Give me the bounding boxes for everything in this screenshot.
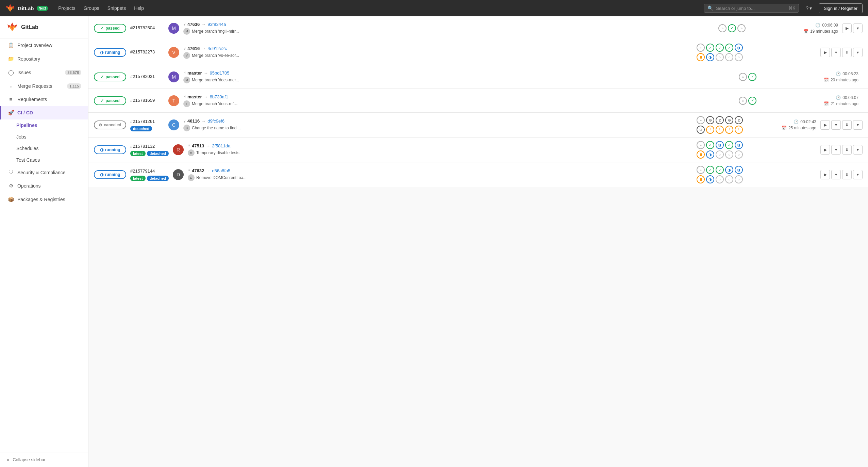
stage-icon[interactable]: ○ [725, 150, 733, 159]
collapse-sidebar[interactable]: « Collapse sidebar [0, 452, 88, 467]
sidebar-item-packages[interactable]: 📦 Packages & Registries [0, 193, 88, 206]
stage-icon[interactable]: ✓ [725, 44, 733, 52]
stage-icon[interactable]: ○ [735, 175, 743, 183]
stage-icon[interactable]: ⏸ [697, 53, 705, 61]
stage-icon[interactable]: » [737, 24, 746, 32]
stage-icon[interactable]: ⊘ [706, 116, 714, 124]
expand-button[interactable]: ▾ [831, 170, 841, 179]
download-button[interactable]: ⬇ [842, 48, 852, 57]
stage-icon[interactable]: ◑ [735, 166, 743, 174]
search-input[interactable] [716, 6, 786, 11]
stage-icon[interactable]: ✓ [728, 24, 736, 32]
commit-link[interactable]: 2f5811da [212, 143, 230, 148]
stage-icon[interactable]: ! [725, 126, 733, 134]
sidebar-item-repository[interactable]: 📁 Repository [0, 52, 88, 66]
stage-icon[interactable]: ○ [716, 150, 724, 159]
stage-icon[interactable]: ○ [716, 175, 724, 183]
stage-icon[interactable]: ✓ [706, 141, 714, 149]
commit-link[interactable]: 93f8344a [207, 22, 226, 27]
play-button[interactable]: ▶ [820, 48, 830, 57]
play-button[interactable]: ▶ [820, 120, 830, 130]
play-button[interactable]: ▶ [842, 23, 852, 33]
stage-icon[interactable]: ⊘ [725, 116, 733, 124]
commit-link[interactable]: 4e912e2c [207, 46, 227, 51]
stage-icon[interactable]: ○ [735, 53, 743, 61]
download-button[interactable]: ⬇ [842, 120, 852, 130]
stage-icon[interactable]: ○ [725, 53, 733, 61]
stage-arrow-icon[interactable]: » [697, 166, 705, 174]
collapse-label: Collapse sidebar [13, 457, 46, 462]
stage-arrow-icon[interactable]: » [718, 24, 727, 32]
expand-button[interactable]: ▾ [831, 120, 841, 130]
stage-icon[interactable]: ◑ [725, 166, 733, 174]
stage-icon[interactable]: ◑ [706, 53, 714, 61]
stage-icon[interactable]: ✓ [725, 141, 733, 149]
stage-icon[interactable]: ⊘ [735, 116, 743, 124]
expand2-button[interactable]: ▾ [853, 170, 863, 179]
stage-icon[interactable]: ✓ [748, 73, 756, 81]
brand-logo[interactable]: GitLab Next [5, 3, 48, 13]
search-bar[interactable]: 🔍 ⌘K [704, 4, 799, 13]
stage-icon[interactable]: ✓ [706, 166, 714, 174]
nav-projects[interactable]: Projects [55, 3, 79, 13]
commit-link[interactable]: d9fc9ef6 [207, 118, 224, 124]
stage-icon[interactable]: ◑ [735, 44, 743, 52]
play-button[interactable]: ▶ [820, 170, 830, 179]
sidebar-item-project-overview[interactable]: 📋 Project overview [0, 38, 88, 52]
expand2-button[interactable]: ▾ [853, 145, 863, 155]
arrow-icon: → [201, 22, 206, 27]
expand2-button[interactable]: ▾ [853, 120, 863, 130]
expand-button[interactable]: ▾ [831, 145, 841, 155]
sidebar-item-security-compliance[interactable]: 🛡 Security & Compliance [0, 166, 88, 179]
stage-arrow-icon[interactable]: » [739, 73, 747, 81]
expand-button[interactable]: ▾ [831, 48, 841, 57]
stage-icon[interactable]: ⏸ [697, 150, 705, 159]
stage-icon[interactable]: ○ [735, 150, 743, 159]
stage-icon[interactable]: ✓ [716, 166, 724, 174]
stage-icon[interactable]: ! [735, 126, 743, 134]
signin-button[interactable]: Sign in / Register [819, 3, 863, 13]
download-button[interactable]: ⬇ [842, 145, 852, 155]
sidebar-sub-jobs[interactable]: Jobs [0, 131, 88, 143]
stage-icon[interactable]: ! [706, 126, 714, 134]
stage-icon[interactable]: ◑ [716, 141, 724, 149]
nav-help[interactable]: Help [131, 3, 147, 13]
stage-icon[interactable]: ⊘ [716, 116, 724, 124]
stage-icon[interactable]: ! [716, 126, 724, 134]
pipeline-actions: ▶▾⬇▾ [820, 170, 863, 179]
stage-icon[interactable]: ✓ [706, 44, 714, 52]
stage-icon[interactable]: ⏸ [697, 175, 705, 183]
download-button[interactable]: ⬇ [842, 170, 852, 179]
nav-groups[interactable]: Groups [80, 3, 103, 13]
stage-icon[interactable]: ○ [716, 53, 724, 61]
help-button[interactable]: ? ▾ [806, 5, 812, 11]
pipeline-info: ⑂ 46116 → d9fc9ef6 C Change the name to … [183, 118, 692, 131]
sidebar-item-operations[interactable]: ⚙ Operations [0, 179, 88, 193]
stage-arrow-icon[interactable]: » [739, 97, 747, 105]
stage-icon[interactable]: ⊘ [697, 126, 705, 134]
commit-link[interactable]: e56a8fa5 [212, 168, 230, 173]
commit-link[interactable]: 8b730af1 [210, 94, 228, 99]
sidebar-item-issues[interactable]: ◯ Issues 33,578 [0, 66, 88, 79]
stage-arrow-icon[interactable]: » [697, 116, 705, 124]
stage-icon[interactable]: ◑ [735, 141, 743, 149]
stage-icon[interactable]: ◑ [706, 175, 714, 183]
expand2-button[interactable]: ▾ [853, 48, 863, 57]
stage-icon[interactable]: ✓ [716, 44, 724, 52]
commit-link[interactable]: 95bd1705 [210, 70, 230, 76]
sidebar-brand[interactable]: GitLab [0, 16, 88, 38]
sidebar-item-requirements[interactable]: ≡ Requirements [0, 93, 88, 106]
sidebar-item-cicd[interactable]: 🚀 CI / CD [0, 106, 88, 119]
stage-arrow-icon[interactable]: » [697, 44, 705, 52]
sidebar-sub-pipelines[interactable]: Pipelines [0, 119, 88, 131]
stage-icon[interactable]: ○ [725, 175, 733, 183]
expand-button[interactable]: ▾ [853, 23, 863, 33]
sidebar-sub-schedules[interactable]: Schedules [0, 143, 88, 154]
sidebar-item-merge-requests[interactable]: ⑃ Merge Requests 1,115 [0, 79, 88, 93]
sidebar-sub-test-cases[interactable]: Test Cases [0, 154, 88, 166]
stage-icon[interactable]: ✓ [748, 97, 756, 105]
stage-arrow-icon[interactable]: » [697, 141, 705, 149]
stage-icon[interactable]: ◑ [706, 150, 714, 159]
play-button[interactable]: ▶ [820, 145, 830, 155]
nav-snippets[interactable]: Snippets [104, 3, 129, 13]
